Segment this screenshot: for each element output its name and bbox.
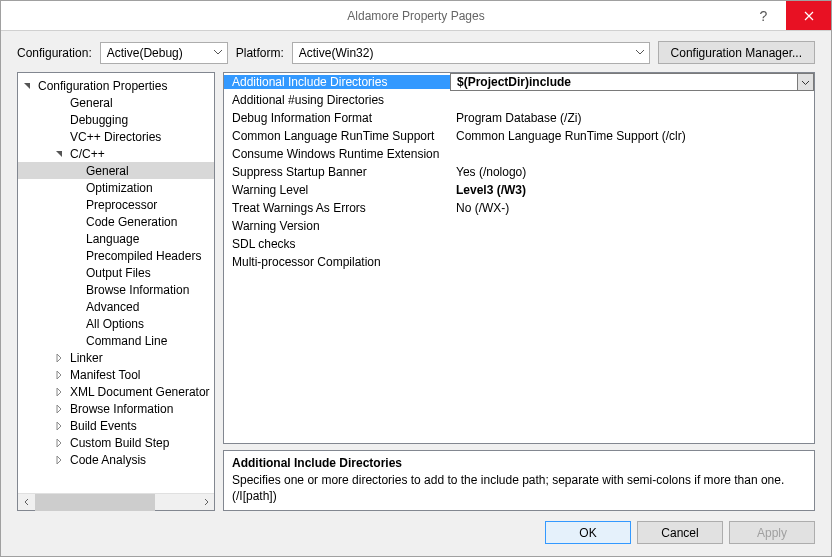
property-name: Additional #using Directories — [224, 93, 450, 107]
tree-item[interactable]: Advanced — [18, 298, 214, 315]
configuration-combo[interactable]: Active(Debug) — [100, 42, 228, 64]
close-button[interactable] — [786, 1, 831, 30]
tree-item[interactable]: Custom Build Step — [18, 434, 214, 451]
tree-item-root[interactable]: Configuration Properties — [18, 77, 214, 94]
window-buttons: ? — [741, 1, 831, 30]
expand-icon[interactable] — [54, 404, 70, 414]
tree-item[interactable]: Language — [18, 230, 214, 247]
tree-item[interactable]: Browse Information — [18, 281, 214, 298]
tree-item[interactable]: Debugging — [18, 111, 214, 128]
property-name: Additional Include Directories — [224, 75, 450, 89]
property-row[interactable]: Additional Include Directories$(ProjectD… — [224, 73, 814, 91]
tree-item[interactable]: Precompiled Headers — [18, 247, 214, 264]
property-name: Suppress Startup Banner — [224, 165, 450, 179]
property-name: Consume Windows Runtime Extension — [224, 147, 450, 161]
property-name: Multi-processor Compilation — [224, 255, 450, 269]
tree-item-label: Code Generation — [86, 215, 177, 229]
tree-item[interactable]: Optimization — [18, 179, 214, 196]
platform-label: Platform: — [236, 46, 284, 60]
expand-icon[interactable] — [54, 387, 70, 397]
expand-icon[interactable] — [54, 421, 70, 431]
property-value[interactable]: Program Database (/Zi) — [450, 111, 814, 125]
chevron-right-icon — [202, 498, 210, 506]
property-value[interactable]: Level3 (/W3) — [450, 183, 814, 197]
tree-item-label: Linker — [70, 351, 103, 365]
tree-item[interactable]: Browse Information — [18, 400, 214, 417]
scroll-thumb[interactable] — [35, 494, 155, 511]
chevron-down-icon — [801, 78, 810, 87]
tree-item-label: Browse Information — [86, 283, 189, 297]
expand-icon[interactable] — [54, 353, 70, 363]
tree-item[interactable]: General — [18, 94, 214, 111]
tree-item[interactable]: Manifest Tool — [18, 366, 214, 383]
property-name: Debug Information Format — [224, 111, 450, 125]
tree-item-label: Advanced — [86, 300, 139, 314]
ok-button[interactable]: OK — [545, 521, 631, 544]
tree-item-label: General — [70, 96, 113, 110]
horizontal-scrollbar[interactable] — [18, 493, 214, 510]
tree-item[interactable]: Output Files — [18, 264, 214, 281]
tree-item[interactable]: Build Events — [18, 417, 214, 434]
apply-button[interactable]: Apply — [729, 521, 815, 544]
chevron-left-icon — [23, 498, 31, 506]
property-row[interactable]: Debug Information FormatProgram Database… — [224, 109, 814, 127]
tree-item-label: Output Files — [86, 266, 151, 280]
tree-item[interactable]: C/C++ — [18, 145, 214, 162]
right-panel: Additional Include Directories$(ProjectD… — [223, 72, 815, 511]
property-row[interactable]: Additional #using Directories — [224, 91, 814, 109]
window-title: Aldamore Property Pages — [347, 9, 484, 23]
tree-item[interactable]: Code Generation — [18, 213, 214, 230]
property-row[interactable]: SDL checks — [224, 235, 814, 253]
tree-item-label: Debugging — [70, 113, 128, 127]
configuration-manager-button[interactable]: Configuration Manager... — [658, 41, 815, 64]
description-panel: Additional Include Directories Specifies… — [223, 450, 815, 511]
property-row[interactable]: Multi-processor Compilation — [224, 253, 814, 271]
tree-item-label: Custom Build Step — [70, 436, 169, 450]
tree-item-label: VC++ Directories — [70, 130, 161, 144]
tree-item[interactable]: All Options — [18, 315, 214, 332]
tree-item-label: All Options — [86, 317, 144, 331]
property-value[interactable]: No (/WX-) — [450, 201, 814, 215]
config-row: Configuration: Active(Debug) Platform: A… — [1, 31, 831, 72]
tree-item[interactable]: XML Document Generator — [18, 383, 214, 400]
tree-item[interactable]: Linker — [18, 349, 214, 366]
tree-item-label: Build Events — [70, 419, 137, 433]
platform-value: Active(Win32) — [299, 46, 374, 60]
property-value[interactable]: Common Language RunTime Support (/clr) — [450, 129, 814, 143]
tree-item[interactable]: VC++ Directories — [18, 128, 214, 145]
footer: OK Cancel Apply — [1, 519, 831, 556]
tree-item[interactable]: Command Line — [18, 332, 214, 349]
collapse-icon[interactable] — [54, 149, 70, 159]
property-row[interactable]: Common Language RunTime SupportCommon La… — [224, 127, 814, 145]
property-name: Warning Level — [224, 183, 450, 197]
tree-item[interactable]: Code Analysis — [18, 451, 214, 468]
tree-item-label: Language — [86, 232, 139, 246]
help-button[interactable]: ? — [741, 1, 786, 30]
property-dropdown-button[interactable] — [797, 73, 814, 91]
expand-icon[interactable] — [54, 370, 70, 380]
property-row[interactable]: Warning Version — [224, 217, 814, 235]
property-value[interactable]: Yes (/nologo) — [450, 165, 814, 179]
platform-combo[interactable]: Active(Win32) — [292, 42, 650, 64]
property-row[interactable]: Warning LevelLevel3 (/W3) — [224, 181, 814, 199]
scroll-left-button[interactable] — [18, 494, 35, 511]
property-value[interactable]: $(ProjectDir)include — [450, 73, 797, 91]
cancel-button[interactable]: Cancel — [637, 521, 723, 544]
tree-item-label: Precompiled Headers — [86, 249, 201, 263]
property-grid[interactable]: Additional Include Directories$(ProjectD… — [223, 72, 815, 444]
property-row[interactable]: Suppress Startup BannerYes (/nologo) — [224, 163, 814, 181]
expand-icon[interactable] — [54, 438, 70, 448]
tree-item[interactable]: General — [18, 162, 214, 179]
property-name: SDL checks — [224, 237, 450, 251]
chevron-down-icon — [635, 47, 645, 57]
tree-panel: Configuration PropertiesGeneralDebugging… — [17, 72, 215, 511]
scroll-right-button[interactable] — [197, 494, 214, 511]
tree-item-label: Configuration Properties — [38, 79, 167, 93]
tree[interactable]: Configuration PropertiesGeneralDebugging… — [18, 73, 214, 493]
expand-icon[interactable] — [54, 455, 70, 465]
scroll-track[interactable] — [35, 494, 197, 511]
property-row[interactable]: Consume Windows Runtime Extension — [224, 145, 814, 163]
property-row[interactable]: Treat Warnings As ErrorsNo (/WX-) — [224, 199, 814, 217]
tree-item-label: General — [86, 164, 129, 178]
tree-item[interactable]: Preprocessor — [18, 196, 214, 213]
